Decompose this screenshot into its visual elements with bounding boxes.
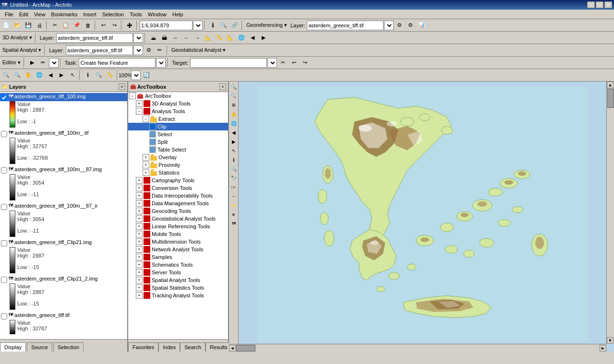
delete-btn[interactable]: 🗑: [83, 20, 93, 31]
info-tool[interactable]: ℹ: [229, 155, 238, 164]
tree-cartography[interactable]: + Cartography Tools: [128, 176, 228, 184]
tree-spatialanalyst[interactable]: + Spatial Analyst Tools: [128, 276, 228, 284]
undo-btn[interactable]: ↩: [98, 20, 108, 31]
edit-pen-dropdown[interactable]: ▾: [49, 58, 59, 68]
menu-file[interactable]: File: [2, 11, 16, 18]
3d-btn7[interactable]: 📏: [214, 33, 225, 43]
expand-cartography[interactable]: +: [136, 177, 143, 184]
expand-proximity[interactable]: +: [143, 162, 149, 168]
menu-insert[interactable]: Insert: [80, 11, 99, 18]
tree-schematics[interactable]: + Schematics Tools: [128, 261, 228, 269]
zoom-pct-btn[interactable]: 100%: [120, 70, 131, 81]
layer-check-7[interactable]: [1, 313, 7, 319]
3d-btn4[interactable]: ←: [181, 33, 192, 43]
layer-spatial-arrow[interactable]: ▾: [133, 46, 143, 55]
find-btn[interactable]: 🔍: [218, 20, 229, 31]
tree-3danalyst[interactable]: + 3D Analyst Tools: [128, 100, 228, 107]
map-hscroll[interactable]: ◄ ►: [229, 344, 606, 352]
layer-3d-arrow[interactable]: ▾: [133, 33, 143, 43]
tree-split[interactable]: Split: [128, 138, 228, 146]
tree-datainterop[interactable]: + Data Interoperability Tools: [128, 192, 228, 200]
tree-clip[interactable]: Clip: [128, 123, 228, 130]
vscroll-up[interactable]: ▲: [607, 82, 614, 88]
expand-statistics[interactable]: +: [143, 169, 149, 176]
tree-analysis[interactable]: − Analysis Tools: [128, 107, 228, 115]
edit-btn2[interactable]: ✏: [38, 58, 48, 68]
tree-linearref[interactable]: + Linear Referencing Tools: [128, 223, 228, 230]
3d-btn11[interactable]: ▶: [258, 33, 269, 43]
edit-btn1[interactable]: ▶: [27, 58, 37, 68]
tree-select[interactable]: Select: [128, 130, 228, 138]
layer-item-1[interactable]: 🗺 asterdem_greece_tiff_100.img: [0, 93, 127, 101]
expand-overlay[interactable]: +: [143, 154, 149, 161]
expand-multidim[interactable]: +: [136, 238, 143, 245]
tab-search[interactable]: Search: [180, 342, 205, 352]
close-button[interactable]: ×: [604, 1, 612, 8]
zoom-in-btn[interactable]: 🔍: [1, 70, 12, 81]
tab-results[interactable]: Results: [205, 342, 232, 352]
expand-network[interactable]: +: [136, 246, 143, 253]
layer-item-4[interactable]: 🗺 asterdem_greece_tiff_100m__87_ir: [0, 202, 127, 211]
expand-tracking[interactable]: +: [136, 292, 143, 299]
tree-multidim[interactable]: + Multidimension Tools: [128, 238, 228, 246]
3d-btn8[interactable]: 📐: [225, 33, 236, 43]
tree-datamgmt[interactable]: + Data Management Tools: [128, 200, 228, 207]
3d-btn2[interactable]: 🏔: [159, 33, 169, 43]
tree-overlay[interactable]: + Overlay: [128, 153, 228, 161]
target-dropdown[interactable]: ▾: [267, 58, 277, 68]
3d-btn3[interactable]: ↔: [170, 33, 181, 43]
overview-tool[interactable]: 🗺: [229, 219, 238, 228]
zoom-pct-dropdown[interactable]: ▾: [131, 70, 141, 80]
zoom-out-tool[interactable]: 🔍: [229, 92, 238, 100]
menu-tools[interactable]: Tools: [127, 11, 145, 18]
tree-spatialstats[interactable]: + Spatial Statistics Tools: [128, 284, 228, 292]
tree-geocoding[interactable]: + Geocoding Tools: [128, 207, 228, 215]
zoom-fixed-tool[interactable]: □+: [229, 183, 238, 191]
expand-datainterop[interactable]: +: [136, 192, 143, 199]
layer-item-5[interactable]: 🗺 asterdem_greece_tiff_Clip21.img: [0, 239, 127, 247]
hyperlink-btn[interactable]: 🔗: [229, 20, 240, 31]
expand-geostatistical[interactable]: +: [136, 215, 143, 222]
measure-tool[interactable]: ↔: [229, 192, 238, 200]
menu-window[interactable]: Window: [145, 11, 169, 18]
tools-btn4[interactable]: 📊: [416, 20, 427, 31]
menu-selection[interactable]: Selection: [99, 11, 127, 18]
forward-extent-tool[interactable]: ▶: [229, 137, 238, 146]
tree-table-select[interactable]: Table Select: [128, 146, 228, 153]
expand-spatialanalyst[interactable]: +: [136, 277, 143, 283]
3d-btn1[interactable]: ⛰: [148, 33, 158, 43]
zoom-in-tool[interactable]: 🔍: [229, 82, 238, 91]
tree-network[interactable]: + Network Analyst Tools: [128, 246, 228, 253]
print-btn[interactable]: 🖨: [34, 20, 45, 31]
find-tool[interactable]: 🔍: [229, 164, 238, 173]
paste-btn[interactable]: 📌: [72, 20, 82, 31]
expand-extract[interactable]: −: [143, 116, 149, 122]
tab-favorites[interactable]: Favorites: [128, 342, 158, 352]
layer-check-3[interactable]: [1, 167, 7, 174]
tab-display[interactable]: Display: [0, 342, 26, 352]
expand-samples[interactable]: +: [136, 254, 143, 260]
spatial-btn2[interactable]: ✏: [155, 45, 165, 56]
menu-view[interactable]: View: [31, 11, 48, 18]
layer-dropdown2-arrow[interactable]: ▾: [384, 21, 394, 30]
tree-arctoolbox[interactable]: − 🧰 ArcToolbox: [128, 92, 228, 100]
vscroll-thumb[interactable]: [607, 89, 614, 108]
layer-input-3d[interactable]: [56, 33, 133, 43]
expand-arctoolbox[interactable]: −: [129, 93, 136, 99]
forward-btn[interactable]: ▶: [56, 70, 67, 81]
find-map-btn[interactable]: 🔍: [94, 70, 104, 81]
flash-tool[interactable]: ⚡: [229, 201, 238, 210]
expand-conversion[interactable]: +: [136, 185, 143, 191]
magnify-tool[interactable]: ⊕: [229, 210, 238, 219]
tree-conversion[interactable]: + Conversion Tools: [128, 184, 228, 192]
cut-btn[interactable]: ✂: [49, 20, 60, 31]
layer-item-2[interactable]: 🗺 asterdem_greece_tiff_100m_.tif: [0, 129, 127, 138]
spatial-btn1[interactable]: ⚙: [144, 45, 154, 56]
sketch-btn2[interactable]: ↩: [289, 58, 299, 68]
task-input[interactable]: [79, 58, 156, 68]
toolbox-close[interactable]: ×: [219, 83, 226, 90]
tab-selection[interactable]: Selection: [53, 342, 84, 352]
expand-geocoding[interactable]: +: [136, 208, 143, 214]
expand-schematics[interactable]: +: [136, 261, 143, 268]
binoculars-tool[interactable]: 🔭: [229, 174, 238, 182]
